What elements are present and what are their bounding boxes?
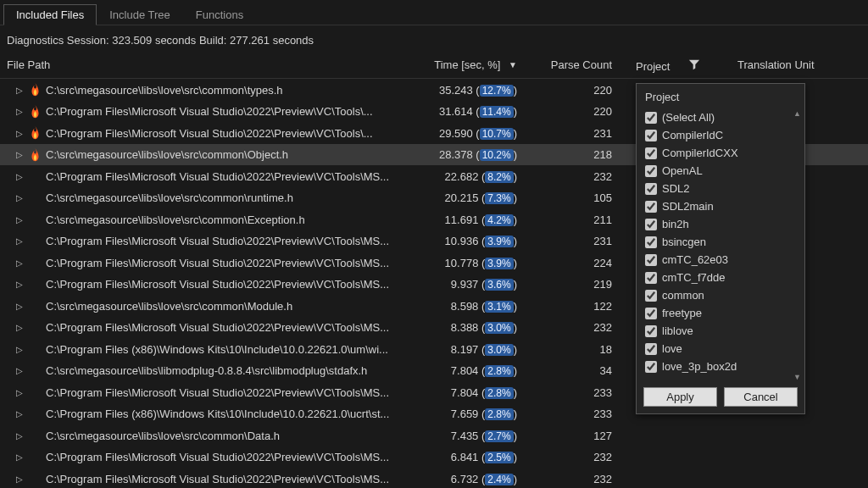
file-path-text: C:\src\megasource\libs\love\src\common\D…	[46, 430, 280, 442]
expand-icon[interactable]: ▷	[15, 409, 24, 419]
column-header-translation[interactable]: Translation Unit	[729, 58, 868, 73]
expand-icon[interactable]: ▷	[15, 431, 24, 441]
filter-item[interactable]: CompilerIdCXX	[642, 144, 799, 162]
expand-icon[interactable]: ▷	[15, 388, 24, 397]
filter-item[interactable]: liblove	[642, 322, 799, 340]
scroll-down-icon[interactable]: ▼	[793, 373, 801, 381]
filter-checkbox[interactable]	[645, 112, 657, 124]
file-path-cell: ▷C:\Program Files\Microsoft Visual Studi…	[0, 386, 398, 399]
filter-icon[interactable]	[688, 58, 700, 73]
filter-checkbox[interactable]	[645, 165, 657, 177]
file-path-text: C:\src\megasource\libs\love\src\common\E…	[46, 214, 305, 226]
filter-item[interactable]: freetype	[642, 304, 799, 322]
expand-icon[interactable]: ▷	[15, 345, 24, 354]
cancel-button[interactable]: Cancel	[724, 387, 798, 407]
expand-icon[interactable]: ▷	[15, 258, 24, 268]
filter-checkbox[interactable]	[645, 343, 657, 355]
column-header-parse[interactable]: Parse Count	[526, 58, 627, 73]
filter-item[interactable]: love	[642, 340, 799, 358]
percent-badge: 2.5%	[485, 452, 513, 463]
filter-item[interactable]: SDL2main	[642, 197, 799, 215]
file-path-text: C:\Program Files\Microsoft Visual Studio…	[46, 235, 389, 247]
filter-checkbox[interactable]	[645, 201, 657, 213]
filter-item[interactable]: love_3p_box2d	[642, 358, 799, 375]
parse-count-cell: 34	[526, 364, 627, 377]
file-path-text: C:\src\megasource\libs\love\src\common\t…	[46, 84, 283, 97]
parse-count-cell: 219	[526, 278, 627, 291]
scroll-up-icon[interactable]: ▲	[793, 109, 801, 118]
filter-checkbox[interactable]	[645, 147, 657, 159]
filter-checkbox[interactable]	[645, 325, 657, 337]
filter-item[interactable]: bsincgen	[642, 233, 799, 251]
filter-popup-title: Project	[637, 84, 804, 108]
expand-icon[interactable]: ▷	[15, 107, 24, 116]
filter-checkbox[interactable]	[645, 290, 657, 302]
file-path-cell: ▷C:\Program Files\Microsoft Visual Studi…	[0, 257, 398, 269]
table-row[interactable]: ▷C:\Program Files\Microsoft Visual Studi…	[0, 446, 868, 469]
file-path-text: C:\Program Files (x86)\Windows Kits\10\I…	[46, 408, 389, 420]
filter-checkbox[interactable]	[645, 130, 657, 141]
parse-count-cell: 232	[526, 170, 627, 183]
percent-badge: 10.2%	[480, 149, 514, 161]
file-path-text: C:\Program Files\Microsoft Visual Studio…	[46, 105, 373, 118]
file-path-text: C:\Program Files\Microsoft Visual Studio…	[46, 257, 389, 269]
filter-item[interactable]: OpenAL	[642, 162, 799, 180]
expand-icon[interactable]: ▷	[15, 150, 24, 159]
file-path-text: C:\src\megasource\libs\love\src\common\r…	[46, 191, 293, 204]
time-cell: 28.378 (10.2%)	[398, 148, 526, 161]
parse-count-cell: 231	[526, 127, 627, 140]
filter-item-label: SDL2main	[662, 200, 714, 213]
expand-icon[interactable]: ▷	[15, 172, 24, 181]
file-path-text: C:\src\megasource\libs\love\src\common\O…	[46, 148, 288, 161]
file-path-text: C:\Program Files\Microsoft Visual Studio…	[46, 386, 389, 399]
expand-icon[interactable]: ▷	[15, 215, 24, 225]
filter-checkbox[interactable]	[645, 254, 657, 266]
filter-item-label: CompilerIdC	[662, 129, 723, 141]
filter-checkbox[interactable]	[645, 219, 657, 230]
filter-item[interactable]: bin2h	[642, 215, 799, 233]
tab-include-tree[interactable]: Include Tree	[97, 4, 183, 25]
table-row[interactable]: ▷C:\Program Files\Microsoft Visual Studi…	[0, 468, 868, 488]
parse-count-cell: 232	[526, 451, 627, 463]
column-header-project[interactable]: Project	[627, 58, 729, 73]
filter-checkbox[interactable]	[645, 236, 657, 248]
column-header-path[interactable]: File Path	[0, 58, 398, 73]
time-cell: 8.388 (3.0%)	[398, 321, 526, 334]
filter-item-label: cmTC_62e03	[662, 253, 728, 266]
table-row[interactable]: ▷C:\src\megasource\libs\love\src\common\…	[0, 424, 868, 446]
filter-item[interactable]: (Select All)	[642, 108, 799, 126]
file-path-text: C:\Program Files\Microsoft Visual Studio…	[46, 127, 373, 140]
filter-checkbox[interactable]	[645, 272, 657, 284]
percent-badge: 2.7%	[485, 430, 513, 442]
tab-included-files[interactable]: Included Files	[3, 4, 97, 25]
file-path-text: C:\Program Files\Microsoft Visual Studio…	[46, 451, 389, 463]
file-path-cell: ▷C:\src\megasource\libs\love\src\common\…	[0, 214, 398, 226]
apply-button[interactable]: Apply	[643, 387, 717, 407]
percent-badge: 7.3%	[485, 192, 513, 204]
expand-icon[interactable]: ▷	[15, 86, 24, 95]
expand-icon[interactable]: ▷	[15, 302, 24, 311]
time-cell: 35.243 (12.7%)	[398, 84, 526, 97]
tab-functions[interactable]: Functions	[183, 4, 256, 25]
expand-icon[interactable]: ▷	[15, 323, 24, 332]
expand-icon[interactable]: ▷	[15, 452, 24, 462]
expand-icon[interactable]: ▷	[15, 129, 24, 138]
column-header-time[interactable]: Time [sec, %] ▼	[398, 58, 526, 73]
expand-icon[interactable]: ▷	[15, 366, 24, 375]
filter-checkbox[interactable]	[645, 361, 657, 373]
filter-item-label: bsincgen	[662, 236, 706, 248]
filter-checkbox[interactable]	[645, 183, 657, 195]
expand-icon[interactable]: ▷	[15, 193, 24, 202]
filter-item[interactable]: cmTC_f7dde	[642, 269, 799, 286]
file-path-cell: ▷C:\src\megasource\libs\love\src\common\…	[0, 300, 398, 313]
filter-list[interactable]: (Select All)CompilerIdCCompilerIdCXXOpen…	[637, 108, 804, 380]
filter-item[interactable]: common	[642, 286, 799, 304]
percent-badge: 11.4%	[480, 106, 514, 118]
filter-item[interactable]: cmTC_62e03	[642, 251, 799, 269]
filter-checkbox[interactable]	[645, 308, 657, 319]
expand-icon[interactable]: ▷	[15, 236, 24, 246]
filter-item[interactable]: SDL2	[642, 180, 799, 197]
filter-item[interactable]: CompilerIdC	[642, 126, 799, 144]
expand-icon[interactable]: ▷	[15, 474, 24, 484]
expand-icon[interactable]: ▷	[15, 280, 24, 289]
